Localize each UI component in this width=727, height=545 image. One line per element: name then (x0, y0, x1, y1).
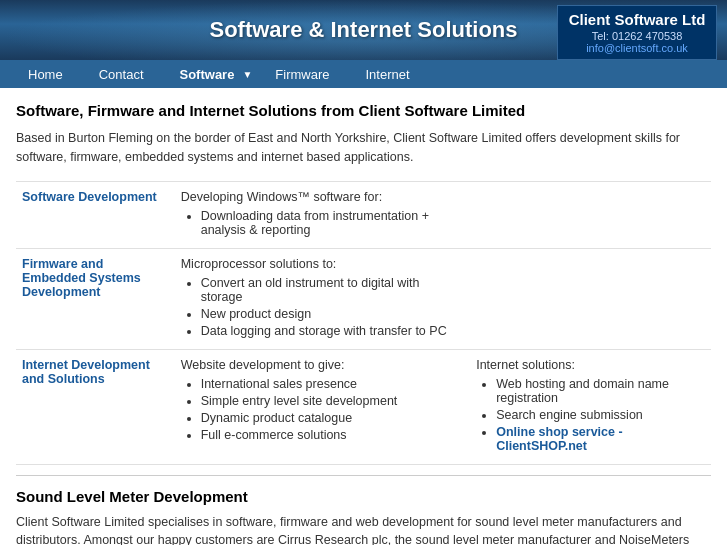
service-name-software: Software Development (16, 181, 175, 248)
list-item: Dynamic product catalogue (201, 411, 465, 425)
nav-software[interactable]: Software (162, 63, 253, 86)
header-title: Software & Internet Solutions (209, 17, 517, 43)
main-content: Software, Firmware and Internet Solution… (0, 88, 727, 545)
service-desc-internet: Website development to give: (181, 358, 465, 372)
intro-text: Based in Burton Fleming on the border of… (16, 129, 711, 167)
service-list-firmware: Convert an old instrument to digital wit… (201, 276, 465, 338)
header: Software & Internet Solutions Client Sof… (0, 0, 727, 60)
list-item: Web hosting and domain name registration (496, 377, 705, 405)
nav-arrow: ▼ (242, 69, 252, 80)
clientshop-link[interactable]: Online shop service - ClientSHOP.net (496, 425, 622, 453)
list-item: Search engine submission (496, 408, 705, 422)
service-row-software: Software Development Developing Windows™… (16, 181, 711, 248)
nav-internet[interactable]: Internet (347, 63, 427, 86)
service-extra-internet: Internet solutions: Web hosting and doma… (470, 349, 711, 464)
client-info-box: Client Software Ltd Tel: 01262 470538 in… (557, 5, 717, 60)
nav-firmware[interactable]: Firmware (257, 63, 347, 86)
list-item: Data logging and storage with transfer t… (201, 324, 465, 338)
nav-home[interactable]: Home (10, 63, 81, 86)
list-item: Downloading data from instrumentation + … (201, 209, 465, 237)
service-desc-firmware: Microprocessor solutions to: (181, 257, 465, 271)
list-item: Full e-commerce solutions (201, 428, 465, 442)
extra-list-internet: Web hosting and domain name registration… (496, 377, 705, 453)
list-item: Online shop service - ClientSHOP.net (496, 425, 705, 453)
page-title: Software, Firmware and Internet Solution… (16, 102, 711, 119)
service-list-internet: International sales presence Simple entr… (201, 377, 465, 442)
sound-section-text: Client Software Limited specialises in s… (16, 513, 711, 546)
email-address: info@clientsoft.co.uk (568, 42, 706, 54)
service-list-software: Downloading data from instrumentation + … (201, 209, 465, 237)
sound-section-title: Sound Level Meter Development (16, 475, 711, 505)
service-content-software: Developing Windows™ software for: Downlo… (175, 181, 471, 248)
list-item: International sales presence (201, 377, 465, 391)
service-content-internet: Website development to give: Internation… (175, 349, 471, 464)
nav-bar: Home Contact Software ▼ Firmware Interne… (0, 60, 727, 88)
services-table: Software Development Developing Windows™… (16, 181, 711, 465)
service-name-internet: Internet Development and Solutions (16, 349, 175, 464)
service-name-firmware: Firmware and Embedded Systems Developmen… (16, 248, 175, 349)
service-desc-software: Developing Windows™ software for: (181, 190, 465, 204)
company-name: Client Software Ltd (568, 11, 706, 28)
nav-contact[interactable]: Contact (81, 63, 162, 86)
service-extra-firmware (470, 248, 711, 349)
service-row-internet: Internet Development and Solutions Websi… (16, 349, 711, 464)
list-item: Convert an old instrument to digital wit… (201, 276, 465, 304)
list-item: Simple entry level site development (201, 394, 465, 408)
service-row-firmware: Firmware and Embedded Systems Developmen… (16, 248, 711, 349)
extra-desc-internet: Internet solutions: (476, 358, 705, 372)
phone-number: Tel: 01262 470538 (568, 30, 706, 42)
service-extra-software (470, 181, 711, 248)
list-item: New product design (201, 307, 465, 321)
service-content-firmware: Microprocessor solutions to: Convert an … (175, 248, 471, 349)
